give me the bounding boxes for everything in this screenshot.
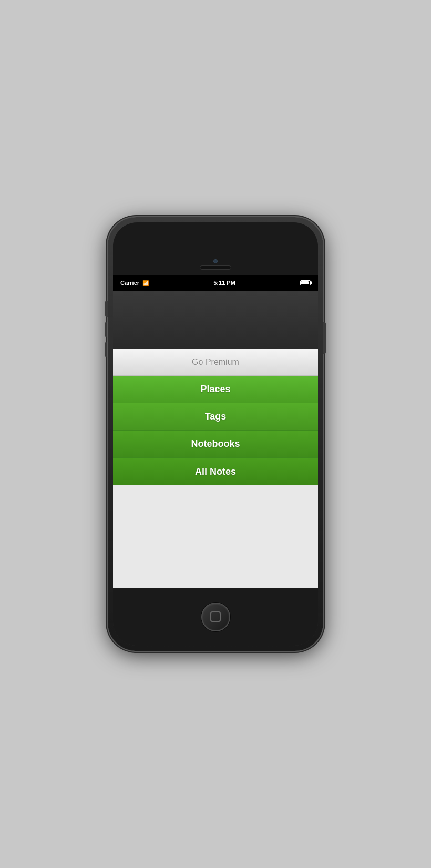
notebooks-label: Notebooks <box>191 438 240 450</box>
phone-device: Carrier 📶 5:11 PM Go Premium <box>108 217 323 651</box>
go-premium-button[interactable]: Go Premium <box>113 349 318 376</box>
mute-button[interactable] <box>105 301 107 313</box>
status-bar: Carrier 📶 5:11 PM <box>113 275 318 291</box>
menu-area: Go Premium Places Tags Notebooks All Not… <box>113 349 318 588</box>
battery-icon <box>300 280 311 285</box>
tags-label: Tags <box>205 411 227 422</box>
status-right <box>300 280 311 285</box>
wifi-icon: 📶 <box>142 280 149 286</box>
notebooks-menu-item[interactable]: Notebooks <box>113 431 318 458</box>
carrier-label: Carrier <box>120 280 139 286</box>
status-left: Carrier 📶 <box>120 280 149 286</box>
places-menu-item[interactable]: Places <box>113 376 318 403</box>
content-area <box>113 485 318 588</box>
bottom-bezel <box>113 588 318 646</box>
phone-screen: Carrier 📶 5:11 PM Go Premium <box>113 222 318 646</box>
volume-up-button[interactable] <box>105 322 107 337</box>
places-label: Places <box>200 384 230 395</box>
front-camera <box>213 259 218 263</box>
app-header <box>113 291 318 349</box>
all-notes-label: All Notes <box>195 466 236 477</box>
battery-fill <box>301 281 309 284</box>
home-icon <box>210 611 221 622</box>
status-time: 5:11 PM <box>213 280 235 286</box>
top-bezel <box>113 222 318 275</box>
all-notes-menu-item[interactable]: All Notes <box>113 458 318 485</box>
tags-menu-item[interactable]: Tags <box>113 403 318 431</box>
home-button[interactable] <box>201 603 230 631</box>
app-screen: Carrier 📶 5:11 PM Go Premium <box>113 275 318 588</box>
go-premium-label: Go Premium <box>192 358 239 367</box>
earpiece-speaker <box>200 265 231 270</box>
volume-down-button[interactable] <box>105 342 107 357</box>
